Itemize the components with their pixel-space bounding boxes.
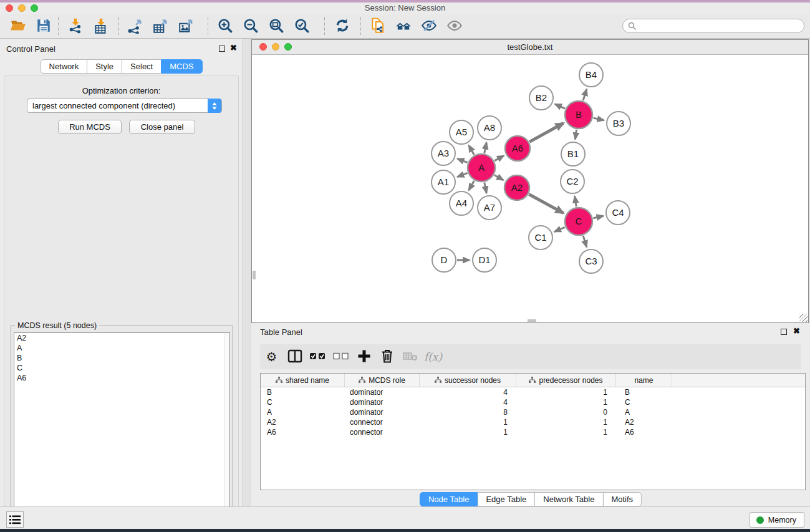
- table-cell[interactable]: A2: [616, 417, 672, 427]
- table-cell[interactable]: B: [261, 387, 345, 397]
- table-cell[interactable]: dominator: [345, 387, 420, 397]
- table-cell[interactable]: 0: [516, 407, 616, 417]
- network-close-button[interactable]: [259, 43, 267, 51]
- edge-A-A3[interactable]: [457, 158, 467, 162]
- close-table-panel-icon[interactable]: ✖: [793, 327, 800, 336]
- edge-A-A8[interactable]: [485, 143, 486, 153]
- column-header[interactable]: predecessor nodes: [516, 374, 616, 387]
- float-panel-icon[interactable]: [219, 46, 225, 52]
- network-zoom-button[interactable]: [284, 43, 292, 51]
- search-input[interactable]: [637, 21, 804, 31]
- split-view-button[interactable]: [283, 346, 306, 368]
- delete-table-button[interactable]: [398, 346, 422, 368]
- edge-A-A6[interactable]: [494, 156, 504, 161]
- column-header[interactable]: name: [616, 374, 672, 387]
- zoom-fit-button[interactable]: [263, 16, 289, 36]
- export-image-button[interactable]: [173, 16, 199, 36]
- table-row[interactable]: A2connector11A2: [261, 417, 805, 427]
- table-row[interactable]: Bdominator41B: [261, 387, 805, 397]
- tab-mcds[interactable]: MCDS: [161, 59, 202, 74]
- save-session-button[interactable]: [31, 16, 56, 36]
- first-neighbors-button[interactable]: [390, 16, 416, 36]
- table-cell[interactable]: 1: [516, 427, 616, 437]
- select-all-button[interactable]: [306, 346, 329, 368]
- clone-network-button[interactable]: [365, 16, 390, 36]
- table-cell[interactable]: 1: [516, 387, 616, 397]
- table-row[interactable]: Adominator80A: [261, 407, 805, 417]
- criterion-dropdown[interactable]: largest connected component (directed): [27, 99, 222, 113]
- close-window-button[interactable]: [6, 4, 13, 12]
- table-cell[interactable]: 1: [420, 417, 516, 427]
- edge-B-B1[interactable]: [575, 130, 576, 139]
- table-cell[interactable]: A6: [616, 427, 672, 437]
- hide-selected-button[interactable]: [416, 16, 441, 36]
- zoom-selected-button[interactable]: [289, 16, 314, 36]
- tab-select[interactable]: Select: [122, 59, 162, 74]
- zoom-in-button[interactable]: [212, 16, 238, 36]
- import-table-button[interactable]: [88, 16, 113, 36]
- minimize-window-button[interactable]: [18, 4, 26, 12]
- table-cell[interactable]: B: [616, 387, 672, 397]
- table-cell[interactable]: dominator: [345, 397, 420, 407]
- left-scroll-grip[interactable]: [253, 271, 256, 279]
- table-cell[interactable]: 1: [516, 417, 616, 427]
- search-box[interactable]: [622, 19, 804, 33]
- table-cell[interactable]: A6: [261, 427, 345, 437]
- function-builder-button[interactable]: f(x): [422, 346, 445, 368]
- network-canvas[interactable]: AA1A2A3A4A5A6A7A8BB1B2B3B4CC1C2C3C4DD1: [252, 55, 808, 322]
- table-row[interactable]: Cdominator41C: [261, 397, 805, 407]
- edge-A6-B[interactable]: [529, 123, 563, 142]
- tab-edge-table[interactable]: Edge Table: [477, 492, 535, 506]
- tab-motifs[interactable]: Motifs: [602, 492, 642, 506]
- add-row-button[interactable]: [352, 346, 375, 368]
- table-cell[interactable]: A2: [261, 417, 345, 427]
- mcds-result-list[interactable]: A2ABCA6: [14, 332, 230, 532]
- task-history-button[interactable]: [6, 511, 24, 528]
- table-cell[interactable]: connector: [345, 427, 420, 437]
- close-panel-icon[interactable]: ✖: [230, 44, 237, 52]
- bottom-scroll-grip[interactable]: [528, 319, 536, 322]
- table-cell[interactable]: 1: [516, 397, 616, 407]
- edge-A-A1[interactable]: [457, 173, 467, 177]
- delete-row-button[interactable]: [375, 346, 398, 368]
- mcds-result-item[interactable]: C: [14, 363, 229, 373]
- network-window-titlebar[interactable]: testGlobe.txt: [252, 40, 808, 55]
- close-panel-button[interactable]: Close panel: [129, 120, 195, 134]
- float-table-panel-icon[interactable]: [781, 329, 787, 335]
- edge-A-A5[interactable]: [469, 145, 475, 155]
- export-table-button[interactable]: [148, 16, 173, 36]
- tab-network-table[interactable]: Network Table: [534, 492, 603, 506]
- edge-B-B3[interactable]: [593, 118, 604, 120]
- edge-A-A2[interactable]: [494, 175, 503, 180]
- mcds-result-item[interactable]: A2: [14, 333, 229, 343]
- show-all-button[interactable]: [441, 16, 467, 36]
- refresh-button[interactable]: [329, 16, 355, 36]
- table-cell[interactable]: A: [261, 407, 345, 417]
- deselect-all-button[interactable]: [329, 346, 352, 368]
- edge-C-C2[interactable]: [575, 196, 577, 207]
- tab-network[interactable]: Network: [40, 59, 87, 74]
- table-cell[interactable]: C: [261, 397, 345, 407]
- table-cell[interactable]: 4: [420, 397, 516, 407]
- export-network-button[interactable]: [122, 16, 148, 36]
- edge-C-C3[interactable]: [583, 236, 587, 247]
- edge-A2-C[interactable]: [529, 195, 563, 213]
- mcds-list-scrollbar[interactable]: [224, 333, 229, 531]
- column-header[interactable]: successor nodes: [420, 374, 516, 387]
- table-cell[interactable]: 8: [420, 407, 516, 417]
- edge-A-A4[interactable]: [469, 181, 475, 190]
- table-cell[interactable]: A: [616, 407, 672, 417]
- edge-B-B4[interactable]: [583, 89, 587, 100]
- mcds-result-item[interactable]: B: [14, 353, 229, 363]
- column-header[interactable]: shared name: [261, 374, 345, 387]
- table-cell[interactable]: 4: [420, 387, 516, 397]
- edge-C-C4[interactable]: [593, 216, 603, 218]
- mcds-result-item[interactable]: A: [14, 343, 229, 353]
- zoom-out-button[interactable]: [238, 16, 263, 36]
- import-network-button[interactable]: [62, 16, 88, 36]
- table-cell[interactable]: dominator: [345, 407, 420, 417]
- edge-A-A7[interactable]: [485, 183, 486, 193]
- settings-button[interactable]: ⚙: [260, 346, 283, 368]
- table-cell[interactable]: 1: [420, 427, 516, 437]
- memory-button[interactable]: Memory: [750, 512, 804, 528]
